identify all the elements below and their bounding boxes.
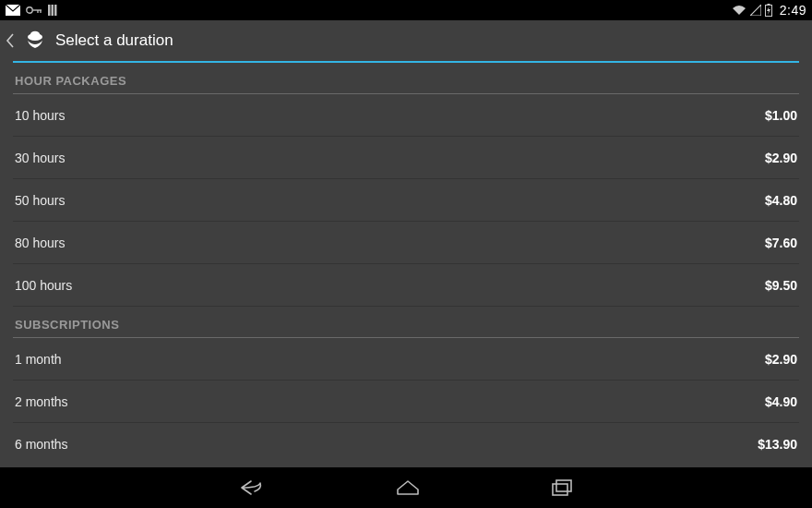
- back-button[interactable]: [6, 32, 15, 49]
- item-price: $4.90: [765, 394, 799, 409]
- section-header-subscriptions: SUBSCRIPTIONS: [13, 307, 799, 337]
- nav-home-button[interactable]: [395, 478, 421, 498]
- item-price: $2.90: [765, 151, 799, 165]
- screen: 2:49 Select a duration HOUR PACKAGES 10 …: [0, 0, 812, 508]
- item-label: 30 hours: [13, 151, 65, 165]
- nav-recents-button[interactable]: [550, 478, 574, 498]
- list-item[interactable]: 50 hours $4.80: [13, 179, 799, 222]
- svg-point-1: [27, 7, 32, 13]
- content: HOUR PACKAGES 10 hours $1.00 30 hours $2…: [0, 61, 812, 467]
- status-clock: 2:49: [780, 3, 806, 18]
- item-price: $2.90: [765, 352, 799, 367]
- page-title: Select a duration: [55, 31, 173, 50]
- mail-icon: [6, 5, 20, 16]
- item-label: 80 hours: [13, 236, 65, 250]
- list-item[interactable]: 10 hours $1.00: [13, 94, 799, 137]
- key-icon: [26, 6, 42, 15]
- battery-icon: [765, 4, 772, 17]
- navigation-bar: [0, 467, 812, 508]
- item-label: 50 hours: [13, 193, 65, 208]
- item-label: 1 month: [13, 352, 62, 367]
- section-header-hour-packages: HOUR PACKAGES: [13, 63, 799, 93]
- action-bar: Select a duration: [0, 20, 812, 61]
- item-price: $13.90: [758, 437, 799, 452]
- wifi-icon: [732, 5, 746, 16]
- svg-marker-10: [767, 6, 770, 15]
- svg-rect-7: [54, 5, 57, 16]
- item-label: 6 months: [13, 437, 68, 452]
- list-item[interactable]: 100 hours $9.50: [13, 264, 799, 307]
- item-price: $4.80: [765, 193, 799, 208]
- svg-rect-13: [553, 484, 567, 495]
- app-icon: [22, 28, 48, 54]
- list-item[interactable]: 30 hours $2.90: [13, 137, 799, 179]
- svg-point-12: [30, 31, 40, 37]
- item-price: $9.50: [765, 278, 799, 293]
- item-price: $7.60: [765, 236, 799, 250]
- svg-rect-14: [556, 480, 571, 491]
- svg-rect-6: [52, 5, 54, 16]
- list-item[interactable]: 1 month $2.90: [13, 338, 799, 381]
- cell-signal-icon: [750, 5, 761, 16]
- list-item[interactable]: 2 months $4.90: [13, 381, 799, 423]
- item-label: 100 hours: [13, 278, 72, 293]
- item-label: 10 hours: [13, 108, 65, 123]
- list-item[interactable]: 6 months $13.90: [13, 423, 799, 466]
- status-bar: 2:49: [0, 0, 812, 20]
- svg-rect-5: [48, 5, 51, 16]
- nav-back-button[interactable]: [238, 478, 266, 498]
- item-label: 2 months: [13, 394, 68, 409]
- bars-icon: [48, 5, 59, 16]
- list-item[interactable]: 80 hours $7.60: [13, 222, 799, 264]
- item-price: $1.00: [765, 108, 799, 123]
